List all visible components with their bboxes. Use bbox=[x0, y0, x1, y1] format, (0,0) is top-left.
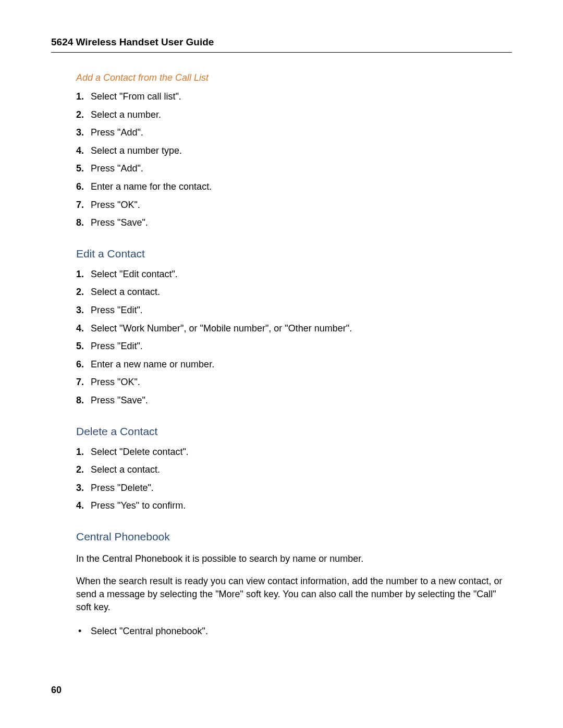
list-number: 8. bbox=[76, 215, 91, 231]
list-item: 4.Select a number type. bbox=[76, 142, 512, 160]
list-number: 2. bbox=[76, 462, 91, 478]
list-item: 6.Enter a new name or number. bbox=[76, 355, 512, 374]
list-item: 8.Press "Save". bbox=[76, 391, 512, 410]
list-item: 2.Select a contact. bbox=[76, 283, 512, 301]
list-item: 3.Press "Edit". bbox=[76, 301, 512, 319]
list-number: 5. bbox=[76, 161, 91, 177]
list-item: 8.Press "Save". bbox=[76, 214, 512, 232]
list-number: 3. bbox=[76, 302, 91, 318]
step-text: Press "Delete". bbox=[91, 480, 154, 496]
bullet-icon: • bbox=[76, 624, 91, 639]
step-text: Press "Save". bbox=[91, 215, 148, 231]
section-heading-central-phonebook: Central Phonebook bbox=[76, 530, 512, 543]
delete-contact-steps: 1.Select "Delete contact". 2.Select a co… bbox=[76, 443, 512, 515]
list-item: 1.Select "Edit contact". bbox=[76, 265, 512, 283]
step-text: Enter a new name or number. bbox=[91, 356, 214, 373]
list-number: 1. bbox=[76, 444, 91, 460]
step-text: Press "Save". bbox=[91, 392, 148, 409]
list-item: 1.Select "Delete contact". bbox=[76, 443, 512, 461]
step-text: Press "Add". bbox=[91, 161, 143, 177]
list-number: 4. bbox=[76, 320, 91, 337]
paragraph-text: In the Central Phonebook it is possible … bbox=[76, 552, 512, 565]
list-item: 5.Press "Add". bbox=[76, 159, 512, 178]
list-number: 4. bbox=[76, 143, 91, 159]
step-text: Select "Delete contact". bbox=[91, 444, 189, 460]
list-number: 2. bbox=[76, 284, 91, 300]
list-item: 5.Press "Edit". bbox=[76, 337, 512, 355]
step-text: Select a contact. bbox=[91, 462, 160, 478]
section-heading-delete-contact: Delete a Contact bbox=[76, 425, 512, 438]
step-text: Press "Add". bbox=[91, 125, 143, 141]
list-item: 1.Select "From call list". bbox=[76, 88, 512, 106]
list-number: 5. bbox=[76, 338, 91, 354]
list-number: 6. bbox=[76, 179, 91, 195]
step-text: Press "Edit". bbox=[91, 302, 143, 318]
section-heading-add-contact: Add a Contact from the Call List bbox=[76, 72, 512, 83]
central-phonebook-bullets: •Select "Central phonebook". bbox=[76, 624, 512, 639]
list-number: 3. bbox=[76, 480, 91, 496]
document-header: 5624 Wireless Handset User Guide bbox=[51, 36, 512, 53]
step-text: Select "Edit contact". bbox=[91, 266, 178, 282]
step-text: Select a number. bbox=[91, 107, 161, 123]
list-item: •Select "Central phonebook". bbox=[76, 624, 512, 639]
list-number: 3. bbox=[76, 125, 91, 141]
page-number: 60 bbox=[51, 685, 62, 696]
edit-contact-steps: 1.Select "Edit contact". 2.Select a cont… bbox=[76, 265, 512, 410]
step-text: Select a number type. bbox=[91, 143, 182, 159]
step-text: Enter a name for the contact. bbox=[91, 179, 212, 195]
paragraph-text: When the search result is ready you can … bbox=[76, 575, 512, 614]
bullet-text: Select "Central phonebook". bbox=[91, 624, 208, 639]
list-number: 7. bbox=[76, 374, 91, 390]
step-text: Press "OK". bbox=[91, 374, 140, 390]
list-item: 3.Press "Add". bbox=[76, 124, 512, 142]
step-text: Select "Work Number", or "Mobile number"… bbox=[91, 320, 352, 337]
list-item: 7.Press "OK". bbox=[76, 373, 512, 391]
list-number: 6. bbox=[76, 356, 91, 373]
list-number: 4. bbox=[76, 498, 91, 514]
list-item: 2.Select a number. bbox=[76, 106, 512, 124]
step-text: Press "OK". bbox=[91, 197, 140, 213]
step-text: Select a contact. bbox=[91, 284, 160, 300]
step-text: Select "From call list". bbox=[91, 89, 181, 105]
list-number: 8. bbox=[76, 392, 91, 409]
step-text: Press "Yes" to confirm. bbox=[91, 498, 186, 514]
step-text: Press "Edit". bbox=[91, 338, 143, 354]
list-number: 2. bbox=[76, 107, 91, 123]
list-number: 1. bbox=[76, 89, 91, 105]
list-item: 6.Enter a name for the contact. bbox=[76, 178, 512, 196]
list-item: 4.Select "Work Number", or "Mobile numbe… bbox=[76, 319, 512, 338]
section-heading-edit-contact: Edit a Contact bbox=[76, 248, 512, 260]
list-item: 3.Press "Delete". bbox=[76, 479, 512, 497]
list-item: 4.Press "Yes" to confirm. bbox=[76, 497, 512, 515]
list-number: 7. bbox=[76, 197, 91, 213]
list-number: 1. bbox=[76, 266, 91, 282]
list-item: 2.Select a contact. bbox=[76, 461, 512, 479]
add-contact-steps: 1.Select "From call list". 2.Select a nu… bbox=[76, 88, 512, 232]
list-item: 7.Press "OK". bbox=[76, 196, 512, 214]
